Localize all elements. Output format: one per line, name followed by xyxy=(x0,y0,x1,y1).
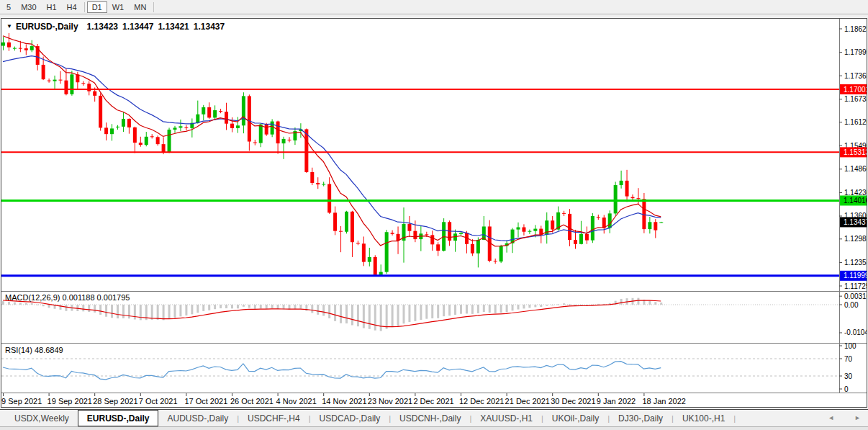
macd-hist-bar xyxy=(528,305,530,308)
candle-body xyxy=(459,233,463,234)
macd-hist-bar xyxy=(2,301,4,305)
price-axis-label: 1.16120 xyxy=(844,118,867,126)
macd-hist-bar xyxy=(299,305,302,309)
rsi-pane[interactable] xyxy=(1,359,839,380)
candle-body xyxy=(93,91,96,96)
macd-hist-bar xyxy=(322,305,325,316)
candle-body xyxy=(127,119,131,127)
price-high: 1.13447 xyxy=(122,22,153,32)
tab-usdchf-h4[interactable]: USDCHF-,H4 xyxy=(239,410,309,426)
macd-hist-bar xyxy=(202,305,204,311)
macd-axis-label: 0.00 xyxy=(844,301,859,309)
candle-body xyxy=(265,125,268,135)
macd-pane[interactable] xyxy=(1,298,839,331)
ma-fast-line xyxy=(3,36,661,246)
macd-hist-bar xyxy=(14,303,16,305)
tab-audusd-daily[interactable]: AUDUSD-,Daily xyxy=(158,410,237,426)
timeframe-button-h1[interactable]: H1 xyxy=(42,1,62,13)
macd-hist-bar xyxy=(294,305,296,309)
candle-body xyxy=(551,220,554,229)
chart-tab-bar: USDX,WeeklyEURUSD-,DailyAUDUSD-,Daily|US… xyxy=(0,409,868,426)
candle-body xyxy=(568,214,571,240)
candle-body xyxy=(374,257,377,275)
tab-scroll-left-icon[interactable]: ◄ xyxy=(828,414,834,421)
timeframe-button-w1[interactable]: W1 xyxy=(107,1,130,13)
macd-hist-bar xyxy=(408,305,410,322)
candle-body xyxy=(533,229,537,231)
macd-hist-bar xyxy=(317,305,319,315)
price-axis-label: 1.17995 xyxy=(844,48,867,56)
candle-body xyxy=(597,217,600,218)
price-axis-label: 1.17365 xyxy=(844,72,867,80)
chart-title: ▼EURUSD-,Daily1.134231.134471.134211.134… xyxy=(6,22,225,32)
toolbar-separator xyxy=(84,2,85,12)
tab-eurusd-daily[interactable]: EURUSD-,Daily xyxy=(78,410,159,426)
date-label: 26 Oct 2021 xyxy=(230,397,273,406)
macd-hist-bar xyxy=(448,305,451,315)
date-label: 17 Oct 2021 xyxy=(184,397,227,406)
tab-ukoil-daily[interactable]: UKOil-,Daily xyxy=(543,410,607,426)
timeframe-button-5[interactable]: 5 xyxy=(1,1,16,13)
macd-hist-bar xyxy=(425,305,428,319)
tab-uk100-h1[interactable]: UK100-,H1 xyxy=(674,410,733,426)
candle-body xyxy=(30,46,34,50)
macd-hist-bar xyxy=(414,305,416,321)
macd-hist-bar xyxy=(580,305,582,305)
candle-body xyxy=(1,42,5,46)
timeframe-button-d1[interactable]: D1 xyxy=(87,1,107,13)
macd-hist-bar xyxy=(563,303,565,305)
tab-usdx-weekly[interactable]: USDX,Weekly xyxy=(6,410,78,426)
price-close: 1.13437 xyxy=(194,22,225,32)
macd-hist-bar xyxy=(345,305,348,323)
candle-body xyxy=(574,240,577,244)
timeframe-button-m30[interactable]: M30 xyxy=(16,1,41,13)
price-axis-label: 1.14230 xyxy=(844,189,867,197)
macd-hist-bar xyxy=(648,300,651,305)
symbol-dropdown-icon[interactable]: ▼ xyxy=(6,23,12,30)
candle-body xyxy=(631,197,635,199)
candle-body xyxy=(202,107,205,115)
candle-body xyxy=(476,240,480,254)
timeframe-button-h4[interactable]: H4 xyxy=(62,1,82,13)
candle-body xyxy=(436,244,440,251)
tab-usdcnh-daily[interactable]: USDCNH-,Daily xyxy=(391,410,469,426)
candle-body xyxy=(430,235,434,244)
macd-hist-bar xyxy=(31,303,33,305)
candle-body xyxy=(282,139,286,143)
macd-hist-bar xyxy=(351,305,353,325)
macd-hist-bar xyxy=(466,305,468,313)
tab-dj30-daily[interactable]: DJ30-,Daily xyxy=(610,410,672,426)
candle-body xyxy=(614,185,618,213)
tab-usdcad-daily[interactable]: USDCAD-,Daily xyxy=(311,410,389,426)
macd-hist-bar xyxy=(517,305,520,310)
date-label: 9 Sep 2021 xyxy=(1,397,42,406)
candle-body xyxy=(517,228,520,230)
candle-body xyxy=(70,74,73,94)
timeframe-button-mn[interactable]: MN xyxy=(129,1,151,13)
candle-body xyxy=(522,228,525,232)
macd-hist-bar xyxy=(105,305,107,317)
tab-scroll-right-icon[interactable]: ► xyxy=(854,414,861,421)
macd-hist-bar xyxy=(214,305,216,309)
candle-body xyxy=(230,124,234,128)
candle-body xyxy=(579,234,583,244)
chart-window[interactable]: 1.186251.179951.173651.167351.161201.154… xyxy=(1,18,867,408)
rsi-axis-label: 70 xyxy=(844,355,853,363)
macd-hist-bar xyxy=(111,305,113,318)
macd-hist-bar xyxy=(403,305,405,323)
macd-hist-bar xyxy=(208,305,210,310)
macd-hist-bar xyxy=(42,305,45,306)
candle-body xyxy=(608,213,612,228)
candle-body xyxy=(379,272,383,275)
macd-hist-bar xyxy=(231,305,233,308)
macd-hist-bar xyxy=(311,305,313,313)
date-label: 4 Nov 2021 xyxy=(276,397,317,406)
macd-hist-bar xyxy=(437,305,439,318)
candle-body xyxy=(110,128,114,134)
date-label: 2 Dec 2021 xyxy=(413,397,453,406)
tab-xauusd-h1[interactable]: XAUUSD-,H1 xyxy=(471,410,541,426)
price-pane[interactable] xyxy=(1,33,839,277)
candle-body xyxy=(407,224,411,231)
candle-body xyxy=(242,96,245,125)
chart-canvas[interactable]: 1.186251.179951.173651.167351.161201.154… xyxy=(1,19,867,407)
